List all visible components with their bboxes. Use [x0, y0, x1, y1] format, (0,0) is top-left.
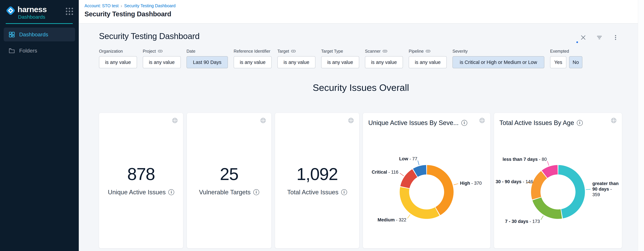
filter-pipeline: Pipeline is any value — [409, 48, 447, 68]
filter-chip-target[interactable]: is any value — [278, 56, 316, 68]
info-icon[interactable]: i — [253, 189, 259, 195]
donut-segment-30---90-days[interactable] — [536, 175, 544, 198]
link-icon — [158, 49, 162, 53]
filter-project: Project is any value — [143, 48, 181, 68]
sidebar-item-label: Dashboards — [19, 31, 48, 38]
filter-label: Pipeline — [409, 49, 424, 54]
dashboard-content: Security Testing Dashboard — [79, 23, 644, 251]
page-title: Security Testing Dashboard — [84, 10, 644, 18]
chart-title: Total Active Issues By Age — [500, 119, 574, 127]
filter-chip-reference-identifier[interactable]: is any value — [234, 56, 272, 68]
breadcrumb: Account: STO test › Security Testing Das… — [84, 3, 644, 8]
donut-leader-line — [541, 216, 543, 220]
sidebar-item-dashboards[interactable]: Dashboards — [4, 27, 75, 41]
filter-label: Exempted — [550, 49, 569, 54]
donut-segment-greater-than-90-days[interactable] — [558, 170, 580, 214]
donut-segment-critical[interactable] — [405, 173, 415, 187]
filter-label: Target — [278, 49, 289, 54]
donut-segment-less-than-7-days[interactable] — [544, 170, 558, 174]
filter-chip-organization[interactable]: is any value — [99, 56, 137, 68]
stat-value: 1,092 — [296, 166, 338, 183]
filter-chip-project[interactable]: is any value — [143, 56, 181, 68]
apps-grid-icon[interactable] — [66, 8, 73, 15]
filter-label: Project — [143, 49, 156, 54]
donut-label: 30 - 90 days - 146 — [496, 179, 533, 184]
filter-label: Scanner — [365, 49, 380, 54]
donut-label: Critical - 116 — [372, 169, 398, 175]
breadcrumb-dashboard-link[interactable]: Security Testing Dashboard — [124, 3, 176, 8]
panel-header: Security Testing Dashboard — [99, 23, 623, 41]
donut-label: less than 7 days - 80 — [502, 157, 547, 162]
breadcrumb-separator-icon: › — [120, 4, 122, 8]
filters-toggle-button[interactable] — [596, 34, 602, 41]
stat-value: 878 — [127, 166, 155, 183]
filter-chip-pipeline[interactable]: is any value — [409, 56, 447, 68]
donut-leader-line — [407, 215, 410, 218]
close-icon — [580, 34, 586, 41]
exempted-yes-button[interactable]: Yes — [550, 56, 566, 68]
donut-label: 7 - 30 days - 173 — [505, 219, 540, 224]
more-menu-button[interactable] — [612, 34, 619, 41]
donut-leader-line — [418, 161, 419, 165]
donut-label: Low - 77 — [399, 156, 417, 162]
main-column: Account: STO test › Security Testing Das… — [79, 0, 644, 251]
close-button[interactable] — [580, 34, 586, 41]
donut-segment-medium[interactable] — [404, 188, 437, 214]
tile-unique-active-issues-by-severity: Unique Active Issues By Seve... i High -… — [363, 113, 490, 248]
sidebar-nav: Dashboards Folders — [0, 27, 79, 57]
filter-label: Reference Identifier — [234, 49, 270, 54]
logo-name: harness — [18, 5, 47, 14]
stat-value: 25 — [220, 166, 238, 183]
sidebar-header: harness Dashboards — [0, 0, 79, 20]
donut-label: High - 370 — [460, 180, 482, 186]
info-icon[interactable]: i — [461, 120, 467, 126]
sidebar-divider — [6, 23, 73, 24]
link-icon — [291, 49, 296, 53]
tile-unique-active-issues: 878 Unique Active Issues i — [99, 113, 183, 248]
filter-icon — [596, 34, 602, 41]
scrollbar-track[interactable] — [638, 0, 644, 251]
sidebar-item-label: Folders — [19, 48, 37, 54]
exempted-no-button[interactable]: No — [569, 56, 582, 68]
donut-segment-low[interactable] — [416, 170, 426, 173]
filter-bar: Organization is any value Project is any… — [99, 48, 623, 68]
sidebar: harness Dashboards Dashboards — [0, 0, 79, 251]
sidebar-item-folders[interactable]: Folders — [4, 44, 75, 57]
filter-chip-date[interactable]: Last 90 Days — [186, 56, 228, 68]
donut-segment-7---30-days[interactable] — [537, 199, 561, 214]
age-donut-chart: greater than 90 days - 3597 - 30 days - … — [494, 113, 622, 248]
chart-title: Unique Active Issues By Seve... — [368, 119, 459, 127]
dashboards-icon — [8, 31, 15, 38]
donut-leader-line — [548, 161, 549, 166]
donut-label: Medium - 322 — [378, 217, 406, 223]
filter-label: Date — [186, 49, 196, 54]
logo-text-block: harness Dashboards — [18, 5, 47, 20]
breadcrumb-account-link[interactable]: Account: STO test — [84, 3, 118, 8]
info-icon[interactable]: i — [577, 120, 583, 126]
tiles-row: 878 Unique Active Issues i 25 V — [99, 113, 623, 248]
filter-label: Severity — [452, 49, 468, 54]
donut-segment-high[interactable] — [427, 170, 449, 211]
filter-chip-scanner[interactable]: is any value — [365, 56, 403, 68]
info-icon[interactable]: i — [168, 189, 174, 195]
donut-leader-line — [586, 189, 590, 190]
stat-label: Total Active Issues — [287, 189, 338, 196]
tile-total-active-issues-by-age: Total Active Issues By Age i greater tha… — [494, 113, 622, 248]
donut-leader-line — [400, 173, 404, 176]
filter-chip-target-type[interactable]: is any value — [321, 56, 359, 68]
severity-donut-chart: High - 370Medium - 322Critical - 116Low … — [363, 113, 490, 248]
link-icon — [426, 49, 430, 53]
filter-target-type: Target Type is any value — [321, 48, 359, 68]
section-title: Security Issues Overall — [99, 82, 623, 93]
stat-label: Vulnerable Targets — [199, 189, 250, 196]
tile-vulnerable-targets: 25 Vulnerable Targets i — [187, 113, 271, 248]
donut-label: greater than 90 days - 359 — [592, 181, 620, 198]
filter-severity: Severity is Critical or High or Medium o… — [452, 48, 544, 68]
filter-scanner: Scanner is any value — [365, 48, 403, 68]
info-icon[interactable]: i — [341, 189, 347, 195]
stat-label: Unique Active Issues — [108, 189, 166, 196]
filter-date: Date Last 90 Days — [186, 48, 228, 68]
harness-logo-icon[interactable] — [5, 5, 16, 16]
kebab-menu-icon — [612, 34, 619, 41]
filter-chip-severity[interactable]: is Critical or High or Medium or Low — [452, 56, 544, 68]
